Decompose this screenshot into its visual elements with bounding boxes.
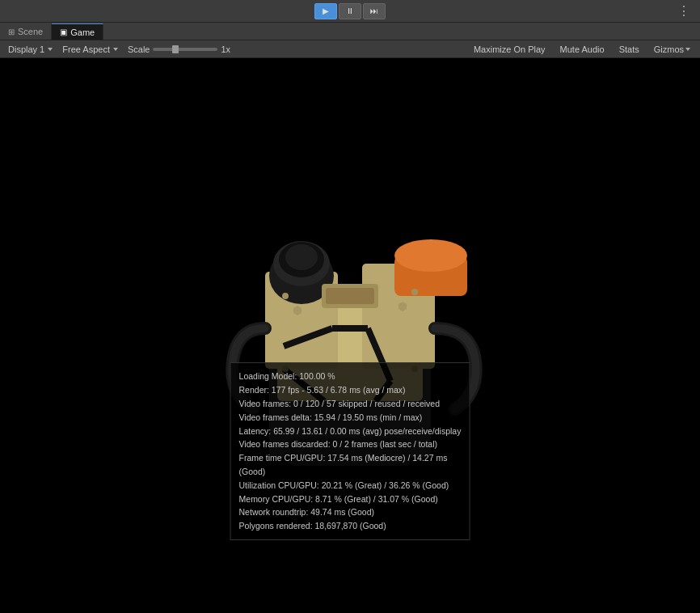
- pause-button[interactable]: ⏸: [339, 3, 361, 19]
- gizmos-chevron-icon: [685, 48, 690, 51]
- step-button[interactable]: ⏭: [363, 3, 386, 19]
- tab-scene[interactable]: ⊞ Scene: [0, 23, 52, 40]
- display-chevron-icon: [48, 48, 53, 51]
- svg-point-31: [411, 289, 418, 295]
- stat-line-8: Utilization CPU/GPU: 20.21 % (Great) / 3…: [239, 479, 462, 493]
- scene-tab-icon: ⊞: [8, 27, 15, 36]
- game-tab-icon: ▣: [60, 27, 67, 36]
- play-button[interactable]: ▶: [314, 3, 337, 19]
- scale-thumb: [172, 45, 179, 53]
- scale-value: 1x: [221, 44, 230, 54]
- game-viewport: Loading Model: 100.00 % Render: 177 fps …: [0, 58, 700, 613]
- stat-line-3: Video frames delta: 15.94 / 19.50 ms (mi…: [239, 411, 462, 425]
- maximize-on-play-button[interactable]: Maximize On Play: [467, 44, 552, 55]
- more-options-button[interactable]: ⋮: [674, 2, 694, 20]
- top-bar-right: ⋮: [674, 0, 694, 22]
- scale-control: Scale 1x: [123, 44, 235, 54]
- stat-line-1: Render: 177 fps - 5.63 / 6.78 ms (avg / …: [239, 383, 462, 397]
- stat-line-10: Network roundtrip: 49.74 ms (Good): [239, 505, 462, 519]
- scale-slider[interactable]: [153, 48, 217, 51]
- stat-line-11: Polygons rendered: 18,697,870 (Good): [239, 519, 462, 533]
- display-label: Display 1: [8, 44, 44, 54]
- aspect-chevron-icon: [113, 48, 118, 51]
- stat-line-0: Loading Model: 100.00 %: [239, 370, 462, 383]
- gizmos-button[interactable]: Gizmos: [647, 44, 697, 55]
- svg-rect-35: [326, 288, 374, 304]
- toolbar-right: Maximize On Play Mute Audio Stats Gizmos: [467, 44, 697, 55]
- aspect-label: Free Aspect: [62, 44, 110, 54]
- step-icon: ⏭: [370, 6, 378, 15]
- stats-label: Stats: [619, 44, 639, 54]
- scene-tab-label: Scene: [18, 27, 43, 36]
- svg-point-11: [285, 244, 318, 270]
- play-controls: ▶ ⏸ ⏭: [314, 3, 386, 19]
- game-tab-label: Game: [70, 27, 95, 37]
- maximize-label: Maximize On Play: [474, 44, 546, 54]
- gizmos-label: Gizmos: [654, 44, 684, 54]
- tab-game[interactable]: ▣ Game: [52, 23, 103, 40]
- play-controls-bar: ▶ ⏸ ⏭ ⋮: [0, 0, 700, 23]
- pause-icon: ⏸: [346, 6, 354, 15]
- svg-point-30: [282, 293, 289, 299]
- mute-label: Mute Audio: [560, 44, 605, 54]
- stat-line-9: Memory CPU/GPU: 8.71 % (Great) / 31.07 %…: [239, 493, 462, 506]
- display-selector[interactable]: Display 1: [3, 40, 57, 57]
- stat-line-2: Video frames: 0 / 120 / 57 skipped / reu…: [239, 397, 462, 411]
- stat-line-4: Latency: 65.99 / 13.61 / 0.00 ms (avg) p…: [239, 425, 462, 438]
- scale-text: Scale: [128, 44, 150, 54]
- svg-point-7: [394, 239, 467, 272]
- stats-button[interactable]: Stats: [613, 44, 646, 55]
- play-icon: ▶: [323, 6, 329, 15]
- tab-bar: ⊞ Scene ▣ Game: [0, 23, 700, 40]
- stat-line-7: (Good): [239, 465, 462, 479]
- aspect-selector[interactable]: Free Aspect: [57, 40, 123, 57]
- stat-line-6: Frame time CPU/GPU: 17.54 ms (Mediocre) …: [239, 451, 462, 465]
- game-toolbar: Display 1 Free Aspect Scale 1x Maximize …: [0, 40, 700, 58]
- mute-audio-button[interactable]: Mute Audio: [554, 44, 611, 55]
- stat-line-5: Video frames discarded: 0 / 2 frames (la…: [239, 438, 462, 451]
- stats-overlay: Loading Model: 100.00 % Render: 177 fps …: [230, 362, 470, 540]
